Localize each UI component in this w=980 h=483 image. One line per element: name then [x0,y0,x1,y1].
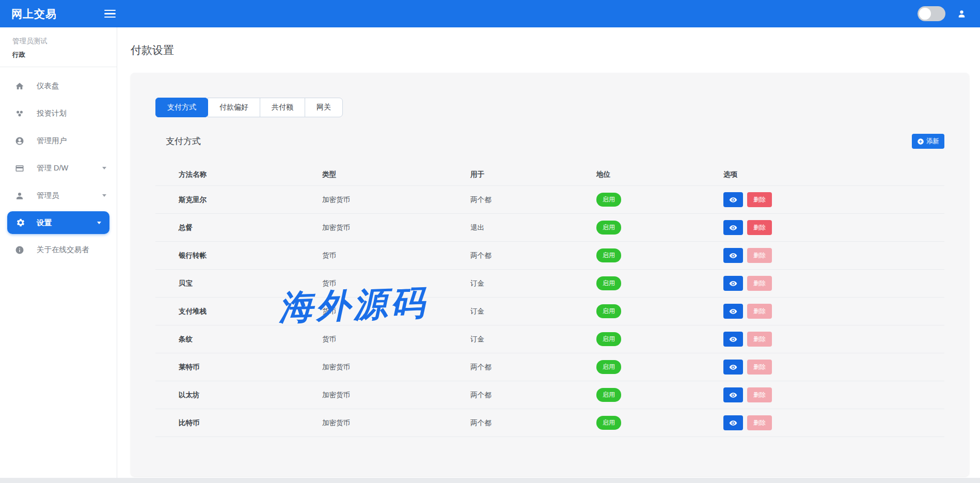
chevron-down-icon [102,167,106,169]
method-type: 加密货币 [322,223,470,232]
table-row-5: 支付堆栈货币订金启用删除 [155,298,944,325]
column-header-3: 用于 [470,170,596,179]
tab-1[interactable]: 支付方式 [155,98,208,117]
sidebar-item-4[interactable]: 管理 D/W [0,154,117,182]
eye-icon [729,196,737,204]
admin-name: 管理员测试 [12,37,104,46]
method-name: 莱特币 [155,363,322,372]
method-type: 货币 [322,251,470,260]
column-header-1: 方法名称 [155,170,322,179]
delete-button[interactable]: 删除 [747,360,772,375]
method-used-for: 两个都 [470,418,596,428]
method-name: 银行转帐 [155,251,322,260]
method-used-for: 两个都 [470,391,596,400]
delete-button[interactable]: 删除 [747,276,772,291]
user-circle-icon [14,136,25,146]
table-row-6: 条纹货币订金启用删除 [155,325,944,353]
status-badge: 启用 [596,276,621,290]
view-button[interactable] [723,360,743,375]
table-row-4: 贝宝货币订金启用删除 [155,270,944,298]
eye-icon [729,279,737,288]
sidebar-item-label: 管理 D/W [37,163,68,173]
status-badge: 启用 [596,332,621,346]
view-button[interactable] [723,304,743,319]
info-icon [14,245,25,255]
column-header-2: 类型 [322,170,470,179]
sidebar: 管理员测试 行政 仪表盘投资计划管理用户管理 D/W管理员设置关于在线交易者 [0,27,117,478]
view-button[interactable] [723,332,743,347]
method-type: 加密货币 [322,195,470,205]
tab-2[interactable]: 付款偏好 [208,98,260,117]
delete-button[interactable]: 删除 [747,220,772,235]
table-row-2: 总督加密货币退出启用删除 [155,214,944,242]
eye-icon [729,307,737,316]
method-name: 斯克里尔 [155,195,322,205]
sidebar-user-block: 管理员测试 行政 [0,37,117,67]
table-row-9: 比特币加密货币两个都启用删除 [155,409,944,437]
table-row-3: 银行转帐货币两个都启用删除 [155,242,944,270]
method-type: 货币 [322,279,470,288]
sidebar-item-6[interactable]: 设置 [7,211,109,234]
table-body: 斯克里尔加密货币两个都启用删除总督加密货币退出启用删除银行转帐货币两个都启用删除… [155,186,944,437]
view-button[interactable] [723,248,743,263]
method-type: 加密货币 [322,363,470,372]
view-button[interactable] [723,387,743,402]
sidebar-item-3[interactable]: 管理用户 [0,127,117,154]
sidebar-item-5[interactable]: 管理员 [0,182,117,209]
status-badge: 启用 [596,221,621,235]
view-button[interactable] [723,220,743,235]
tab-4[interactable]: 网关 [305,98,343,117]
hamburger-menu-icon[interactable] [104,10,116,18]
status-badge: 启用 [596,304,621,318]
delete-button[interactable]: 删除 [747,304,772,319]
theme-toggle[interactable] [918,6,945,21]
view-button[interactable] [723,415,743,430]
delete-button[interactable]: 删除 [747,387,772,402]
home-icon [14,82,25,91]
admin-role: 行政 [12,51,104,59]
sidebar-item-label: 管理用户 [37,136,67,146]
method-used-for: 订金 [470,279,596,288]
add-new-button[interactable]: 添新 [912,134,944,149]
view-button[interactable] [723,192,743,207]
sidebar-item-label: 投资计划 [37,108,67,118]
table-row-8: 以太坊加密货币两个都启用删除 [155,381,944,409]
plus-circle-icon [917,138,924,145]
method-used-for: 订金 [470,335,596,344]
method-name: 贝宝 [155,279,322,288]
app-window: 网上交易 管理员测试 行政 仪表盘投资计划管理用户管理 D/W管理员设置关于在线… [0,0,980,478]
method-used-for: 两个都 [470,195,596,205]
sidebar-item-label: 关于在线交易者 [37,245,89,255]
method-used-for: 退出 [470,223,596,232]
delete-button[interactable]: 删除 [747,332,772,347]
eye-icon [729,419,737,427]
status-badge: 启用 [596,193,621,207]
sidebar-item-2[interactable]: 投资计划 [0,100,117,127]
method-type: 货币 [322,307,470,316]
eye-icon [729,363,737,371]
sidebar-item-1[interactable]: 仪表盘 [0,72,117,100]
status-badge: 启用 [596,360,621,374]
delete-button[interactable]: 删除 [747,415,772,430]
view-button[interactable] [723,276,743,291]
sidebar-item-label: 设置 [37,218,52,228]
top-navbar: 网上交易 [0,0,980,27]
section-title: 支付方式 [155,135,201,147]
delete-button[interactable]: 删除 [747,192,772,207]
tab-3[interactable]: 共付额 [260,98,305,117]
method-type: 加密货币 [322,391,470,400]
delete-button[interactable]: 删除 [747,248,772,263]
method-type: 货币 [322,335,470,344]
user-icon[interactable] [957,9,967,19]
sidebar-item-7[interactable]: 关于在线交易者 [0,236,117,263]
navbar-right-controls [918,6,967,21]
method-name: 比特币 [155,418,322,428]
method-used-for: 两个都 [470,251,596,260]
gear-icon [15,218,26,227]
method-used-for: 订金 [470,307,596,316]
sidebar-item-label: 仪表盘 [37,81,59,91]
chevron-down-icon [102,194,106,197]
section-header: 支付方式 添新 [155,134,944,149]
status-badge: 启用 [596,388,621,402]
method-name: 以太坊 [155,391,322,400]
